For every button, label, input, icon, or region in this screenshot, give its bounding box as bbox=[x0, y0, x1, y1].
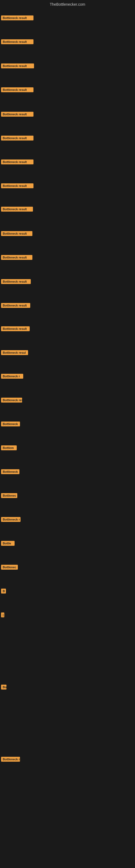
bottleneck-badge[interactable]: Bottlenec bbox=[1, 565, 18, 569]
bottleneck-badge[interactable]: B bbox=[1, 589, 6, 593]
bottleneck-badge[interactable]: Bottleneck bbox=[1, 469, 19, 474]
bottleneck-badge[interactable]: Bottleneck res bbox=[1, 398, 22, 403]
bottleneck-badge[interactable]: Bottleneck result bbox=[1, 279, 31, 284]
bottleneck-badge[interactable]: Bottleneck result bbox=[1, 16, 34, 20]
bottleneck-badge[interactable]: | bbox=[1, 613, 4, 617]
bottleneck-badge[interactable]: Bottleneck r bbox=[1, 517, 20, 522]
bottleneck-badge[interactable]: Bottlem bbox=[1, 445, 17, 450]
bottleneck-badge[interactable]: Bottleneck result bbox=[1, 326, 30, 331]
bottleneck-badge[interactable]: Bottleneck result bbox=[1, 159, 34, 164]
bottleneck-badge[interactable]: Bottleneck result bbox=[1, 87, 34, 92]
bottleneck-badge[interactable]: Bottleneck result bbox=[1, 183, 34, 188]
bottleneck-badge[interactable]: Bottlenec bbox=[1, 493, 17, 498]
bottleneck-badge[interactable]: Bottleneck result bbox=[1, 207, 33, 212]
bottleneck-badge[interactable]: Bottleneck result bbox=[1, 303, 30, 308]
bottleneck-badge[interactable]: Bottleneck resul bbox=[1, 350, 28, 355]
bottleneck-badge[interactable]: Bottleneck result bbox=[1, 135, 34, 141]
bottleneck-badge[interactable]: Bottleneck result bbox=[1, 231, 32, 236]
site-title: TheBottlenecker.com bbox=[50, 2, 85, 6]
bottleneck-badge[interactable]: Bottleneck r bbox=[1, 757, 20, 762]
bottleneck-badge[interactable]: Bottleneck result bbox=[1, 255, 32, 260]
bottleneck-badge[interactable]: Bottleneck result bbox=[1, 39, 34, 44]
bottleneck-badge[interactable]: Bottleneck result bbox=[1, 63, 34, 68]
bottleneck-badge[interactable]: Bottleneck result bbox=[1, 112, 34, 117]
bottleneck-badge[interactable]: Bottle bbox=[1, 541, 14, 546]
bottleneck-badge[interactable]: Bo bbox=[1, 685, 6, 689]
bottleneck-badge[interactable]: Bottleneck bbox=[1, 422, 20, 426]
bottleneck-badge[interactable]: Bottleneck r bbox=[1, 374, 23, 379]
